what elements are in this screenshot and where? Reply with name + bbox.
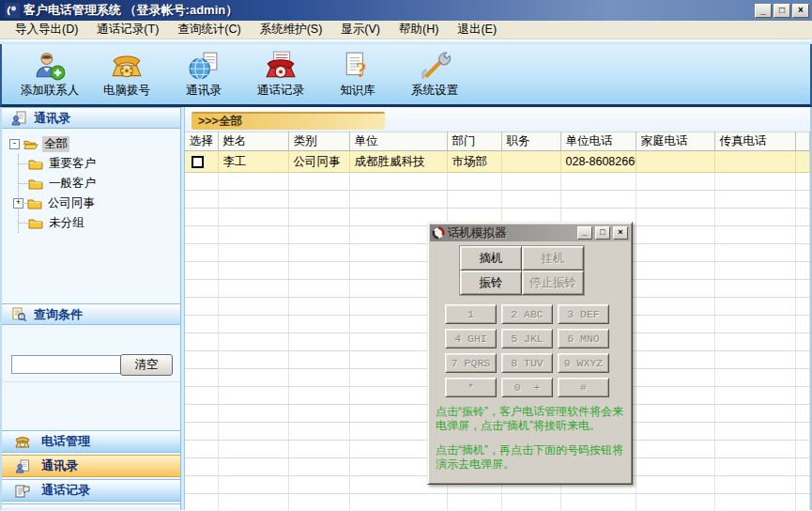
close-button[interactable]: × [792,4,809,18]
menu-help[interactable]: 帮助(H) [390,20,448,39]
cell-company: 成都胜威科技 [349,151,447,173]
menu-import-export[interactable]: 导入导出(D) [6,20,87,39]
titlebar: 客户电话管理系统 （登录帐号:admin） _ □ × [0,0,812,21]
menu-system-maintenance[interactable]: 系统维护(S) [251,20,332,39]
tree-item-label[interactable]: 未分组 [47,215,86,231]
dialog-titlebar: 话机模拟器 _ □ × [430,225,630,241]
ring-button[interactable]: 振铃 [460,271,522,295]
key-star[interactable]: * [445,378,497,397]
dialog-instructions: 点击“振铃”，客户电话管理软件将会来电弹屏，点击“摘机”将接听来电。 点击“摘机… [436,405,624,472]
col-name[interactable]: 姓名 [218,132,288,151]
cell-home-phone [636,151,714,173]
key-6[interactable]: 6 MNO [558,329,609,348]
toolbar-system-settings[interactable]: 系统设置 [396,50,473,99]
col-category[interactable]: 类别 [288,132,349,151]
key-7[interactable]: 7 PQRS [445,353,497,373]
nav-contacts[interactable]: 通讯录 [2,455,180,477]
key-4[interactable]: 4 GHI [445,329,497,348]
maximize-button[interactable]: □ [774,4,790,18]
menu-call-records[interactable]: 通话记录(T) [87,20,168,39]
col-company[interactable]: 单位 [349,132,447,151]
key-2[interactable]: 2 ABC [501,304,553,324]
toolbar-computer-dial[interactable]: 电脑拨号 [88,50,165,99]
address-book-icon [188,50,220,82]
col-fax[interactable]: 传真电话 [714,132,795,151]
toolbar-label: 通讯录 [186,83,222,99]
nav-bars: 电话管理 通讯录 [2,428,180,510]
toolbar-call-log[interactable]: 通话记录 [242,50,319,99]
key-hash[interactable]: # [558,378,609,397]
contacts-panel-header[interactable]: 通讯录 [2,107,180,129]
add-contact-icon [34,50,66,82]
folder-icon [28,217,43,229]
row-checkbox[interactable] [192,156,204,168]
call-records-small-icon [15,484,30,498]
dialog-close-button[interactable]: × [613,226,628,240]
key-5[interactable]: 5 JKL [501,329,553,348]
stop-ring-button[interactable]: 停止振铃 [522,271,584,295]
sidebar-spacer [2,381,180,428]
computer-dial-icon [111,50,143,82]
dialog-maximize-button[interactable]: □ [595,226,610,240]
phone-simulator-icon [432,226,445,240]
col-select[interactable]: 选择 [185,132,218,151]
key-0[interactable]: 0 + [501,378,553,397]
tree-item-general-clients[interactable]: 一般客户 [19,174,180,194]
col-work-phone[interactable]: 单位电话 [560,132,636,151]
dialog-minimize-button[interactable]: _ [577,226,592,240]
nav-bar-partial[interactable] [2,503,180,510]
keypad: 1 2 ABC 3 DEF 4 GHI 5 JKL 6 MNO 7 PQRS 8… [445,304,609,397]
menu-display[interactable]: 显示(V) [331,20,390,39]
tree-item-colleagues[interactable]: + 公司同事 [19,194,180,213]
col-job[interactable]: 职务 [501,132,560,151]
onhook-button[interactable]: 挂机 [522,246,584,271]
col-home-phone[interactable]: 家庭电话 [636,132,714,151]
cell-department: 市场部 [447,151,501,173]
contacts-small-icon [15,459,30,473]
phone-simulator-dialog: 话机模拟器 _ □ × 摘机 挂机 振铃 停止振铃 1 2 ABC 3 DEF … [427,222,633,485]
key-3[interactable]: 3 DEF [558,304,609,324]
cell-category: 公司同事 [288,151,349,173]
tree-root-all[interactable]: - 全部 [9,134,180,154]
current-group-banner: >>>全部 [192,112,385,130]
toolbar-add-contact[interactable]: 添加联系人 [11,50,88,99]
table-row-empty [185,494,810,511]
expand-icon[interactable]: + [13,198,23,209]
nav-label: 电话管理 [41,433,90,450]
toolbar: 添加联系人 电脑拨号 通讯录 [0,44,812,107]
toolbar-address-book[interactable]: 通讯录 [165,50,242,99]
toolbar-label: 通话记录 [257,83,304,99]
tree-item-ungrouped[interactable]: 未分组 [19,213,180,233]
col-extra [795,132,810,151]
clear-button[interactable]: 清空 [120,354,173,376]
minimize-button[interactable]: _ [755,4,772,18]
menu-exit[interactable]: 退出(E) [448,20,506,39]
svg-text:?: ? [356,57,367,82]
key-1[interactable]: 1 [445,304,497,324]
tree-item-important-clients[interactable]: 重要客户 [19,154,180,174]
tree-item-label[interactable]: 一般客户 [47,176,98,192]
key-9[interactable]: 9 WXYZ [558,353,609,373]
tree-item-label[interactable]: 公司同事 [46,195,97,211]
tree-root-label[interactable]: 全部 [42,136,69,152]
nav-label: 通话记录 [41,482,90,499]
toolbar-knowledge-base[interactable]: ? 知识库 [319,50,396,99]
banner-row: >>>全部 [185,107,810,132]
offhook-button[interactable]: 摘机 [460,246,522,271]
toolbar-label: 知识库 [340,83,375,99]
query-header-label: 查询条件 [34,306,83,323]
app-window: 客户电话管理系统 （登录帐号:admin） _ □ × 导入导出(D) 通话记录… [0,0,812,511]
key-8[interactable]: 8 TUV [501,353,553,373]
search-input[interactable] [11,355,122,374]
nav-phone-management[interactable]: 电话管理 [2,430,180,453]
nav-call-records[interactable]: 通话记录 [2,479,180,502]
cell-work-phone: 028-86082660 [560,151,636,173]
menu-query-stats[interactable]: 查询统计(C) [168,20,250,39]
query-panel-header[interactable]: 查询条件 [2,303,180,325]
app-icon [5,3,20,18]
col-department[interactable]: 部门 [447,132,501,151]
collapse-icon[interactable]: - [9,139,20,149]
tree-item-label[interactable]: 重要客户 [47,156,98,172]
window-title: 客户电话管理系统 （登录帐号:admin） [23,2,753,19]
table-row-ligong[interactable]: 李工 公司同事 成都胜威科技 市场部 028-86082660 [185,151,810,173]
